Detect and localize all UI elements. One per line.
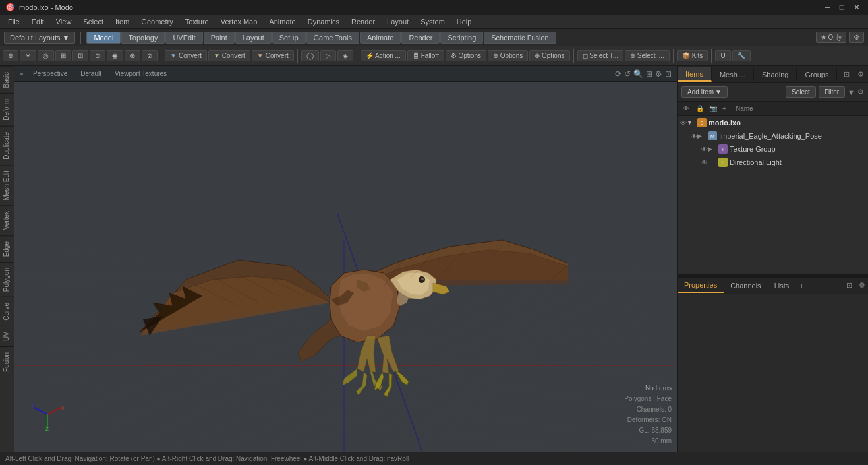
settings-button[interactable]: ⚙ [849,32,864,43]
layout-tab-animate[interactable]: Animate [360,32,401,44]
tab-properties[interactable]: Properties [678,278,724,293]
layout-tab-schematic-fusion[interactable]: Schematic Fusion [484,32,556,44]
tool-select4[interactable]: ⊞ [55,50,71,61]
list-item[interactable]: 👁 ▶ T Texture Group [678,142,868,156]
menu-view[interactable]: View [51,16,77,27]
filter-icon[interactable]: ▼ [848,88,855,96]
menu-render[interactable]: Render [346,16,380,27]
sidebar-tab-duplicate[interactable]: Duplicate [0,126,14,165]
sidebar-tab-curve[interactable]: Curve [0,297,14,326]
tool-diamond[interactable]: ◈ [337,50,353,61]
viewport-textures-button[interactable]: Viewport Textures [111,69,171,78]
layout-tab-uvedit[interactable]: UVEdit [165,32,202,44]
props-add-button[interactable]: + [796,279,807,292]
layout-tab-setup[interactable]: Setup [272,32,306,44]
sidebar-tab-polygon[interactable]: Polygon [0,262,14,297]
filter-button[interactable]: Filter [819,86,845,98]
list-item[interactable]: 👁 L Directional Light [678,156,868,169]
viewport[interactable]: ● Perspective Default Viewport Textures … [14,66,677,452]
tab-mesh[interactable]: Mesh ... [712,68,754,81]
layout-dropdown[interactable]: Default Layouts ▼ [4,32,75,44]
perspective-button[interactable]: Perspective [29,69,71,78]
sidebar-tab-uv[interactable]: UV [0,326,14,346]
minimize-button[interactable]: ─ [822,3,833,12]
sidebar-tab-vertex[interactable]: Vertex [0,205,14,235]
panel-expand-icon[interactable]: ⊡ [840,67,854,81]
sidebar-tab-edge[interactable]: Edge [0,235,14,262]
tab-shading[interactable]: Shading [754,68,797,81]
menu-system[interactable]: System [415,16,450,27]
nav-icon-orbit[interactable]: ⟳ [615,69,622,78]
eye-icon[interactable]: 👁 [701,159,708,166]
nav-icon-fit[interactable]: ⊞ [646,69,652,78]
options-button-2[interactable]: ⊕ Options [488,50,528,61]
tool-select3[interactable]: ◎ [38,50,54,61]
list-item[interactable]: 👁 ▼ S modo.lxo [678,116,868,129]
sidebar-tab-basic[interactable]: Basic [0,66,14,93]
tool-select6[interactable]: ⊙ [90,50,105,61]
star-only-button[interactable]: ★ Only [816,32,846,43]
select-t-button[interactable]: ◻ Select T... [577,50,624,61]
collapse-icon[interactable]: ▼ [687,119,697,126]
tool-select1[interactable]: ⊕ [3,50,18,61]
kits-button[interactable]: 📦 Kits [677,50,708,61]
tool-play[interactable]: ▷ [320,50,336,61]
tool-select9[interactable]: ⊘ [142,50,158,61]
items-list[interactable]: 👁 ▼ S modo.lxo 👁 ▶ M Imperial_Eagle_Atta… [678,116,868,274]
add-item-button[interactable]: Add Item ▼ [681,86,728,98]
layout-tab-render[interactable]: Render [401,32,440,44]
options-button-4[interactable]: ⊕ Selecti ... [625,50,670,61]
tool-select2[interactable]: ☀ [20,50,36,61]
tool-select8[interactable]: ⊕ [125,50,140,61]
layout-tab-game-tools[interactable]: Game Tools [306,32,360,44]
menu-file[interactable]: File [3,16,25,27]
options-button-1[interactable]: ⚙ Options [446,50,486,61]
menu-geometry[interactable]: Geometry [136,16,178,27]
layout-tab-topology[interactable]: Topology [121,32,165,44]
sidebar-tab-fusion[interactable]: Fusion [0,346,14,377]
nav-icon-maximize[interactable]: ⊡ [665,69,672,78]
panel-settings-icon[interactable]: ⚙ [854,67,868,81]
tool-select5[interactable]: ⊡ [72,50,88,61]
sidebar-tab-deform[interactable]: Deform [0,93,14,126]
unreal-button[interactable]: U [715,50,730,61]
eye-icon[interactable]: 👁 [691,133,697,140]
tab-channels[interactable]: Channels [724,279,767,292]
action-button[interactable]: ⚡ Action ... [361,50,406,61]
menu-help[interactable]: Help [451,16,477,27]
menu-animate[interactable]: Animate [264,16,301,27]
maximize-button[interactable]: □ [837,3,847,12]
tab-lists[interactable]: Lists [768,279,796,292]
falloff-button[interactable]: 🎛 Falloff [407,50,444,61]
modo-button[interactable]: 🔧 [732,50,751,61]
filter-settings-icon[interactable]: ⚙ [857,88,864,96]
expand-icon2[interactable]: ▶ [708,146,718,152]
props-settings-icon[interactable]: ⚙ [856,278,868,292]
props-expand-icon[interactable]: ⊡ [844,278,855,292]
sidebar-tab-mesh edit[interactable]: Mesh Edit [0,165,14,205]
expand-icon[interactable]: ▶ [697,133,708,139]
layout-tab-scripting[interactable]: Scripting [440,32,483,44]
tab-groups[interactable]: Groups [797,68,837,81]
menu-texture[interactable]: Texture [180,16,214,27]
nav-icon-zoom[interactable]: 🔍 [633,69,643,78]
menu-edit[interactable]: Edit [26,16,49,27]
list-item[interactable]: 👁 ▶ M Imperial_Eagle_Attacking_Pose [678,129,868,142]
menu-vertex map[interactable]: Vertex Map [216,16,263,27]
close-button[interactable]: ✕ [851,3,863,12]
convert-button-1[interactable]: ▼ Convert [165,50,207,61]
nav-icon-settings[interactable]: ⚙ [655,69,662,78]
layout-tab-paint[interactable]: Paint [204,32,235,44]
layout-tab-layout[interactable]: Layout [235,32,272,44]
menu-item[interactable]: Item [110,16,134,27]
default-button[interactable]: Default [76,69,105,78]
layout-tab-model[interactable]: Model [86,32,121,44]
menu-select[interactable]: Select [78,16,109,27]
menu-layout[interactable]: Layout [382,16,414,27]
tool-select7[interactable]: ◉ [107,50,123,61]
eye-icon[interactable]: 👁 [680,119,687,127]
convert-button-2[interactable]: ▼ Convert [208,50,250,61]
options-button-3[interactable]: ⊕ Options [529,50,569,61]
menu-dynamics[interactable]: Dynamics [303,16,345,27]
select-button[interactable]: Select [786,86,816,98]
